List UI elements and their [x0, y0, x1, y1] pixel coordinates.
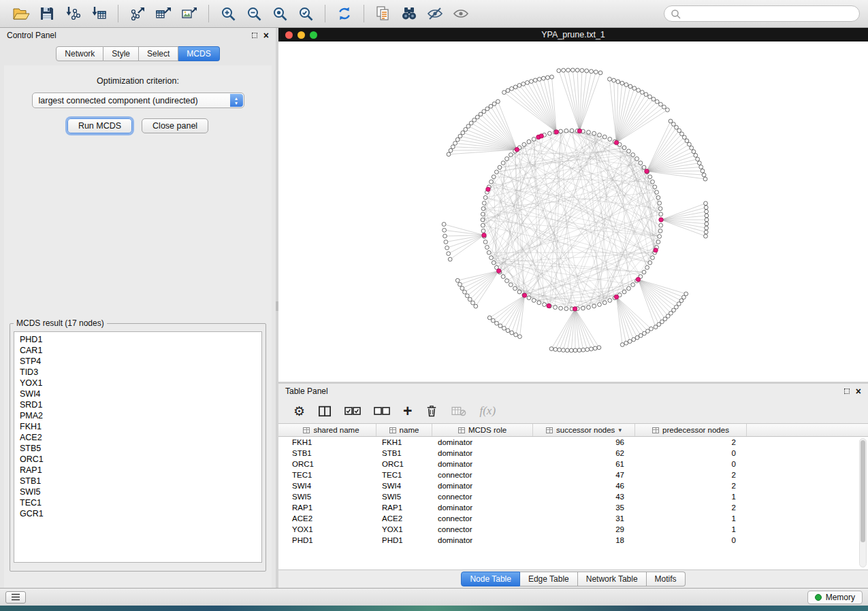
status-bar: Memory	[0, 588, 868, 606]
network-graph[interactable]	[278, 42, 868, 382]
table-cell: dominator	[432, 535, 533, 546]
mcds-result-item[interactable]: ORC1	[14, 454, 261, 465]
save-icon	[39, 6, 54, 21]
search-network-button[interactable]	[396, 3, 422, 24]
scrollbar-thumb[interactable]	[861, 440, 865, 542]
close-panel-icon[interactable]: ×	[856, 388, 861, 395]
float-panel-icon[interactable]	[252, 33, 257, 38]
refresh-layout-button[interactable]	[332, 3, 357, 24]
mcds-result-item[interactable]: PHD1	[14, 334, 261, 345]
criterion-select[interactable]: largest connected component (undirected)…	[32, 93, 244, 108]
column-header-successor-nodes[interactable]: successor nodes▾	[533, 424, 635, 436]
table-cell: 0	[635, 448, 747, 459]
tab-network-table[interactable]: Network Table	[578, 572, 647, 587]
run-mcds-button[interactable]: Run MCDS	[67, 118, 132, 133]
hamburger-icon	[11, 593, 20, 601]
zoom-in-button[interactable]	[215, 3, 241, 24]
zoom-out-icon	[246, 6, 262, 22]
table-row[interactable]: RAP1RAP1dominator352	[278, 502, 868, 513]
zoom-out-button[interactable]	[241, 3, 267, 24]
table-cell: 31	[533, 513, 635, 524]
mcds-result-item[interactable]: ACE2	[14, 432, 261, 443]
network-canvas[interactable]	[278, 42, 868, 382]
mcds-result-item[interactable]: STB5	[14, 443, 261, 454]
network-window-titlebar: YPA_prune.txt_1	[278, 28, 868, 42]
column-header-MCDS-role[interactable]: MCDS role	[432, 424, 533, 436]
delete-column-icon[interactable]	[425, 403, 438, 418]
search-box[interactable]	[664, 5, 860, 22]
close-panel-button[interactable]: Close panel	[142, 118, 208, 133]
table-cell: connector	[432, 524, 533, 535]
mcds-result-item[interactable]: STB1	[14, 476, 261, 486]
table-cell: PHD1	[287, 535, 376, 546]
table-row[interactable]: TEC1TEC1connector472	[278, 469, 868, 480]
mcds-result-item[interactable]: SWI4	[14, 389, 261, 399]
tab-select[interactable]: Select	[139, 46, 178, 61]
table-row[interactable]: SWI5SWI5connector431	[278, 491, 868, 502]
mcds-result-item[interactable]: SRD1	[14, 399, 261, 410]
mcds-result-item[interactable]: YOX1	[14, 378, 261, 389]
table-cell: ORC1	[376, 459, 432, 469]
mcds-result-item[interactable]: TID3	[14, 367, 261, 378]
mcds-result-item[interactable]: SWI5	[14, 486, 261, 497]
tab-style[interactable]: Style	[103, 46, 139, 61]
mcds-result-item[interactable]: RAP1	[14, 465, 261, 476]
panel-menu-button[interactable]	[5, 591, 26, 604]
table-settings-icon[interactable]: ⚙	[293, 403, 305, 418]
table-cell: RAP1	[287, 502, 376, 513]
export-network-button[interactable]	[125, 3, 150, 24]
table-cell: ACE2	[376, 513, 432, 524]
tab-motifs[interactable]: Motifs	[647, 572, 686, 587]
close-window-icon[interactable]	[285, 31, 293, 39]
maximize-window-icon[interactable]	[310, 31, 317, 39]
table-row[interactable]: ORC1ORC1dominator610	[278, 459, 868, 469]
mcds-result-item[interactable]: PMA2	[14, 410, 261, 421]
mcds-result-item[interactable]: TEC1	[14, 497, 261, 508]
criterion-selected-value: largest connected component (undirected)	[39, 96, 198, 105]
table-row[interactable]: PHD1PHD1dominator180	[278, 535, 868, 546]
mcds-result-list[interactable]: PHD1CAR1STP4TID3YOX1SWI4SRD1PMA2FKH1ACE2…	[14, 331, 262, 563]
import-table-button[interactable]	[86, 3, 112, 24]
export-table-button[interactable]	[150, 3, 176, 24]
table-row[interactable]: SWI4SWI4dominator462	[278, 480, 868, 491]
save-session-button[interactable]	[34, 3, 60, 24]
table-row[interactable]: STB1STB1dominator620	[278, 448, 868, 459]
mcds-result-item[interactable]: GCR1	[14, 508, 261, 519]
close-panel-icon[interactable]: ×	[263, 32, 269, 39]
memory-button[interactable]: Memory	[807, 591, 863, 604]
sort-indicator-icon[interactable]: ▾	[618, 427, 622, 433]
fit-content-button[interactable]	[267, 3, 293, 24]
open-file-button[interactable]	[8, 3, 34, 24]
table-cell: YOX1	[287, 524, 376, 535]
import-network-button[interactable]	[60, 3, 86, 24]
search-input[interactable]	[685, 9, 853, 18]
table-row[interactable]: FKH1FKH1dominator962	[278, 437, 868, 448]
table-cell: 35	[533, 502, 635, 513]
column-header-name[interactable]: name	[376, 424, 432, 436]
tab-edge-table[interactable]: Edge Table	[520, 572, 578, 587]
column-header-predecessor-nodes[interactable]: predecessor nodes	[635, 424, 747, 436]
mcds-result-item[interactable]: FKH1	[14, 421, 261, 432]
deselect-all-icon[interactable]	[374, 406, 390, 416]
tab-mcds[interactable]: MCDS	[178, 46, 219, 61]
mcds-result-item[interactable]: CAR1	[14, 345, 261, 356]
toolbar-separator	[364, 5, 364, 22]
minimize-window-icon[interactable]	[298, 31, 305, 39]
column-header-shared-name[interactable]: shared name	[287, 424, 376, 436]
column-visibility-icon[interactable]	[318, 405, 332, 417]
table-row[interactable]: YOX1YOX1connector291	[278, 524, 868, 535]
table-cell: FKH1	[287, 437, 376, 448]
hide-graphics-details-button[interactable]	[422, 3, 448, 24]
select-all-icon[interactable]	[344, 406, 361, 416]
show-graphics-details-button[interactable]	[448, 3, 474, 24]
table-row[interactable]: ACE2ACE2connector311	[278, 513, 868, 524]
export-image-button[interactable]	[176, 3, 202, 24]
tab-network[interactable]: Network	[56, 46, 103, 61]
tab-node-table[interactable]: Node Table	[461, 572, 520, 587]
add-column-icon[interactable]: +	[403, 405, 412, 417]
mcds-result-item[interactable]: STP4	[14, 356, 261, 367]
zoom-selected-button[interactable]	[293, 3, 319, 24]
table-scrollbar[interactable]	[859, 438, 867, 567]
clone-network-button[interactable]	[370, 3, 396, 24]
float-panel-icon[interactable]	[844, 389, 850, 394]
